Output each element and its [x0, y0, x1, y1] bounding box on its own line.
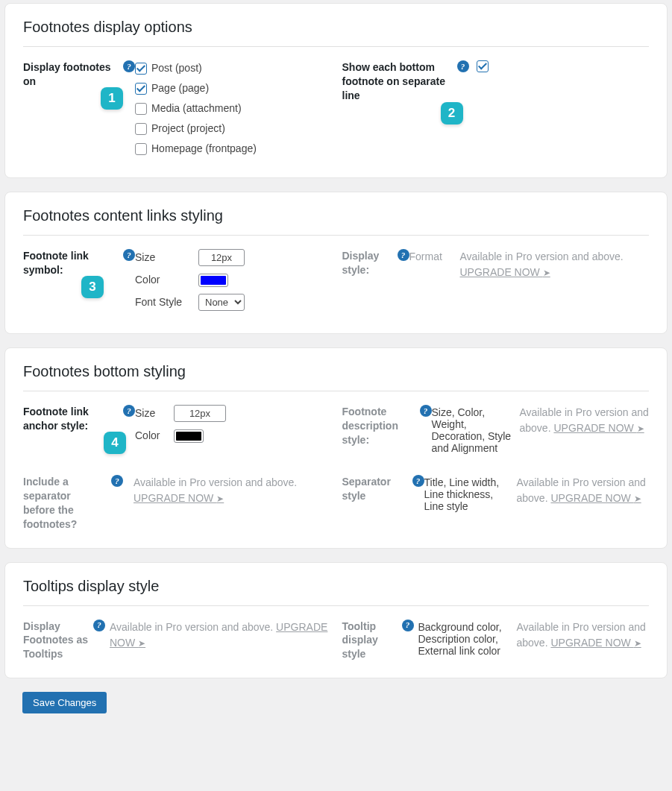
post-type-label: Media (attachment): [151, 101, 242, 116]
pro-upgrade-text: Available in Pro version and above. UPGR…: [113, 475, 330, 532]
format-sublabel: Format: [409, 249, 460, 317]
help-icon[interactable]: ?: [111, 475, 123, 487]
include-separator-label: Include a separator before the footnotes…: [23, 475, 113, 532]
display-footnotes-on-label: Display footnotes on ? 1: [23, 60, 135, 161]
separator-sublabel: Title, Line width, Line thickness, Line …: [424, 475, 514, 532]
tooltip-sublabel: Background color, Description color, Ext…: [409, 620, 514, 662]
size-input[interactable]: [174, 405, 226, 422]
footnote-description-style-label: Footnote description style: ?: [342, 405, 432, 454]
section-title: Footnotes display options: [23, 19, 649, 36]
post-type-label: Homepage (frontpage): [151, 141, 257, 157]
section-title: Tooltips display style: [23, 578, 649, 595]
post-type-label: Project (project): [151, 121, 225, 136]
display-footnotes-as-tooltips-label: Display Footnotes as Tooltips ?: [23, 620, 105, 662]
pro-upgrade-text: Available in Pro version and above. UPGR…: [514, 405, 650, 454]
color-label: Color: [135, 428, 166, 444]
upgrade-now-link[interactable]: UPGRADE NOW ➤: [553, 422, 644, 434]
post-type-checkbox-row: Homepage (frontpage): [135, 141, 330, 157]
post-type-checkbox[interactable]: [135, 123, 147, 135]
help-icon[interactable]: ?: [123, 249, 135, 261]
pro-upgrade-text: Available in Pro version and above. UPGR…: [514, 475, 650, 532]
font-style-select[interactable]: None: [198, 294, 245, 311]
upgrade-now-link[interactable]: UPGRADE NOW ➤: [134, 492, 224, 504]
description-sublabel: Size, Color, Weight, Decoration, Style a…: [432, 405, 514, 454]
size-label: Size: [135, 406, 166, 421]
pro-upgrade-text: Available in Pro version and above. UPGR…: [514, 620, 650, 662]
help-icon[interactable]: ?: [402, 620, 414, 631]
post-type-checkbox[interactable]: [135, 83, 147, 95]
post-type-checkbox[interactable]: [135, 103, 147, 115]
post-type-label: Page (page): [151, 81, 209, 96]
show-each-separate-line-checkbox[interactable]: [477, 60, 489, 72]
help-icon[interactable]: ?: [412, 475, 424, 487]
arrow-icon: ➤: [138, 638, 145, 649]
callout-badge-4: 4: [104, 432, 126, 454]
section-title: Footnotes content links styling: [23, 207, 649, 224]
post-type-checkbox-row: Post (post): [135, 60, 330, 76]
size-input[interactable]: [198, 249, 245, 266]
divider: [23, 235, 649, 236]
color-picker[interactable]: [198, 274, 228, 287]
divider: [23, 391, 649, 391]
arrow-icon: ➤: [637, 423, 644, 434]
footnote-link-anchor-style-label: Footnote link anchor style: ? 4: [23, 405, 135, 454]
display-style-label: Display style: ?: [342, 249, 409, 317]
arrow-icon: ➤: [216, 494, 224, 504]
help-icon[interactable]: ?: [93, 620, 105, 631]
size-label: Size: [135, 250, 191, 265]
color-label: Color: [135, 272, 191, 288]
upgrade-now-link[interactable]: UPGRADE NOW ➤: [550, 492, 641, 504]
upgrade-now-link[interactable]: UPGRADE NOW ➤: [460, 266, 550, 278]
pro-upgrade-text: Available in Pro version and above. UPGR…: [460, 249, 650, 317]
tooltips-display-style-panel: Tooltips display style Display Footnotes…: [4, 562, 668, 679]
divider: [23, 605, 649, 606]
arrow-icon: ➤: [543, 268, 550, 278]
post-types-checkbox-list: Post (post)Page (page)Media (attachment)…: [135, 60, 330, 161]
divider: [23, 46, 649, 47]
upgrade-now-link[interactable]: UPGRADE NOW ➤: [550, 637, 641, 649]
post-type-checkbox[interactable]: [135, 63, 147, 75]
arrow-icon: ➤: [634, 638, 641, 649]
section-title: Footnotes bottom styling: [23, 363, 649, 380]
post-type-checkbox-row: Project (project): [135, 121, 330, 136]
separator-style-label: Separator style ?: [342, 475, 424, 532]
font-style-label: Font Style: [135, 294, 191, 310]
footnotes-content-links-styling-panel: Footnotes content links styling Footnote…: [4, 192, 668, 334]
help-icon[interactable]: ?: [123, 405, 135, 417]
help-icon[interactable]: ?: [420, 405, 432, 417]
post-type-checkbox-row: Page (page): [135, 81, 330, 96]
footnote-link-symbol-label: Footnote link symbol: ? 3: [23, 249, 135, 317]
post-type-checkbox[interactable]: [135, 143, 147, 155]
tooltip-display-style-label: Tooltip display style ?: [342, 620, 409, 662]
post-type-label: Post (post): [151, 60, 202, 76]
arrow-icon: ➤: [634, 494, 641, 504]
footnotes-bottom-styling-panel: Footnotes bottom styling Footnote link a…: [4, 347, 668, 549]
help-icon[interactable]: ?: [398, 249, 409, 261]
show-each-separate-line-label: Show each bottom footnote on separate li…: [342, 60, 469, 161]
callout-badge-3: 3: [81, 276, 104, 298]
help-icon[interactable]: ?: [123, 60, 135, 72]
color-picker[interactable]: [174, 429, 204, 443]
callout-badge-1: 1: [101, 87, 123, 110]
callout-badge-2: 2: [441, 102, 463, 125]
help-icon[interactable]: ?: [457, 60, 469, 72]
footnotes-display-options-panel: Footnotes display options Display footno…: [4, 3, 668, 178]
save-changes-button[interactable]: Save Changes: [22, 692, 107, 713]
post-type-checkbox-row: Media (attachment): [135, 101, 330, 116]
pro-upgrade-text: Available in Pro version and above. UPGR…: [105, 620, 330, 662]
